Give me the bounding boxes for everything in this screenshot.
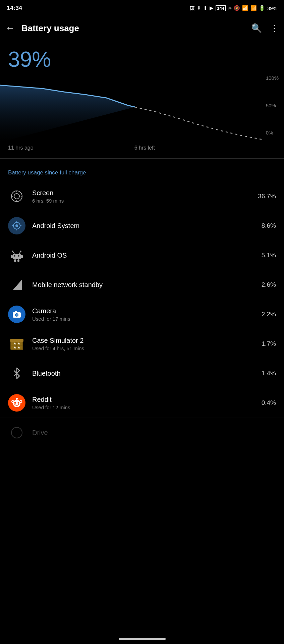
svg-point-15 [14,255,15,257]
list-item-android-os[interactable]: Android OS 5.1% [0,240,284,270]
reddit-text: Reddit Used for 12 mins [32,396,262,410]
signal-icon: 📶 [250,5,257,11]
list-item-android-system[interactable]: Android System 8.6% [0,211,284,240]
gallery-icon: 🖼 [190,5,195,11]
chart-label-0: 0% [266,130,279,136]
mobile-network-text: Mobile network standby [32,281,262,289]
android-os-icon [8,247,25,264]
android-system-icon [8,217,25,234]
lte-icon: 144 [216,5,226,11]
case-simulator-text: Case Simulator 2 Used for 4 hrs, 51 mins [32,337,262,351]
svg-rect-30 [15,311,17,313]
mute-icon: 🔕 [234,5,240,11]
android-os-percent: 5.1% [262,252,276,259]
svg-point-16 [18,255,19,257]
top-bar: ← Battery usage 🔍 ⋮ [0,16,284,40]
svg-rect-22 [21,255,23,258]
camera-text: Camera Used for 17 mins [32,307,262,322]
section-header: Battery usage since full charge [0,161,284,181]
chart-label-50: 50% [266,103,279,108]
battery-icon: 🔋 [259,5,265,11]
top-action-icons: 🔍 ⋮ [251,23,279,34]
screen-text: Screen 6 hrs, 59 mins [32,189,258,204]
search-button[interactable]: 🔍 [251,23,262,34]
chart-label-100: 100% [266,75,279,81]
svg-point-45 [12,401,13,402]
status-time: 14:34 [7,5,22,12]
svg-point-42 [14,402,16,404]
svg-marker-0 [0,85,135,142]
svg-rect-14 [13,254,21,259]
chart-time-start: 11 hrs ago [8,145,34,151]
reddit-percent: 0.4% [262,399,276,407]
list-item-screen[interactable]: Screen 6 hrs, 59 mins 36.7% [0,181,284,211]
svg-point-50 [11,427,22,438]
signal-x-icon: ✕ [228,5,232,11]
battery-chart-svg [0,75,284,142]
case-simulator-icon: ★ ★ ★ ★ [8,335,25,353]
android-system-percent: 8.6% [262,222,276,229]
svg-rect-23 [14,259,16,262]
list-item-reddit[interactable]: Reddit Used for 12 mins 0.4% [0,388,284,418]
partial-icon [8,424,25,441]
bluetooth-icon [8,365,25,382]
svg-text:★: ★ [13,346,16,349]
screen-percent: 36.7% [258,193,276,200]
svg-rect-24 [17,259,19,262]
mobile-network-percent: 2.6% [262,281,276,288]
svg-rect-21 [11,255,13,258]
download-icon: ⬇ [197,5,201,11]
partial-text: Drive [32,429,276,437]
home-indicator[interactable] [119,638,166,640]
svg-point-1 [11,191,22,202]
battery-percentage-display: 39% [0,40,284,75]
status-bar: 14:34 🖼 ⬇ ⬆ ▶ 144 ✕ 🔕 📶 📶 🔋 39% [0,0,284,16]
youtube-icon: ▶ [210,5,214,11]
svg-point-9 [15,224,18,227]
bluetooth-percent: 1.4% [262,370,276,377]
list-item-camera[interactable]: Camera Used for 17 mins 2.2% [0,300,284,329]
camera-icon [8,306,25,323]
more-options-button[interactable]: ⋮ [270,23,279,34]
chart-time-labels: 11 hrs ago 6 hrs left [0,142,284,154]
page-title: Battery usage [21,23,251,34]
battery-percent-status: 39% [267,5,277,11]
svg-text:★: ★ [17,346,20,349]
battery-chart-container: 100% 50% 0% 11 hrs ago 6 hrs left [0,75,284,156]
reddit-icon [8,394,25,412]
upload-icon: ⬆ [203,5,208,11]
list-item-mobile-network[interactable]: Mobile network standby 2.6% [0,270,284,300]
svg-point-2 [14,194,19,199]
bluetooth-text: Bluetooth [32,370,262,377]
status-icons: 🖼 ⬇ ⬆ ▶ 144 ✕ 🔕 📶 📶 🔋 39% [190,5,277,11]
back-button[interactable]: ← [5,23,15,34]
android-os-text: Android OS [32,252,262,259]
list-item-bluetooth[interactable]: Bluetooth 1.4% [0,359,284,388]
svg-point-19 [12,251,13,252]
svg-point-20 [20,251,21,252]
case-simulator-percent: 1.7% [262,340,276,347]
chart-y-labels: 100% 50% 0% [266,75,279,136]
svg-rect-39 [10,339,23,342]
list-item-partial[interactable]: Drive [0,418,284,447]
list-item-case-simulator[interactable]: ★ ★ ★ ★ Case Simulator 2 Used for 4 hrs,… [0,329,284,359]
svg-marker-25 [13,279,22,290]
svg-point-48 [16,398,18,400]
section-divider [0,158,284,159]
camera-percent: 2.2% [262,311,276,318]
svg-point-43 [18,402,19,404]
mobile-network-icon [8,276,25,293]
android-system-text: Android System [32,222,262,230]
svg-point-47 [20,401,21,402]
wifi-icon: 📶 [242,5,248,11]
svg-text:★: ★ [17,342,20,345]
chart-time-end: 6 hrs left [134,145,155,151]
screen-icon [8,187,25,205]
svg-point-29 [16,314,18,316]
svg-text:★: ★ [13,342,16,345]
